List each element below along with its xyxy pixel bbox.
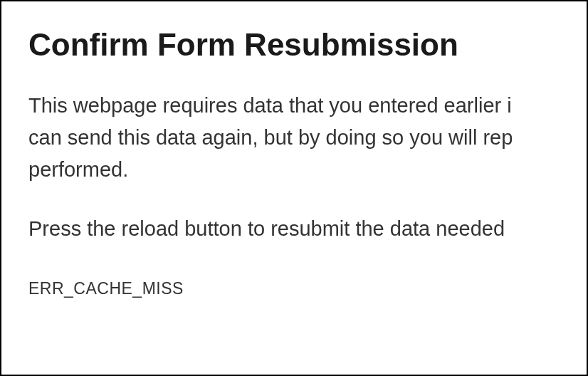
error-code: ERR_CACHE_MISS — [28, 279, 587, 298]
error-description-line3: performed. — [28, 154, 587, 186]
error-description: This webpage requires data that you ente… — [28, 90, 587, 186]
error-instruction: Press the reload button to resubmit the … — [28, 213, 587, 245]
error-description-line2: can send this data again, but by doing s… — [28, 122, 587, 154]
error-title: Confirm Form Resubmission — [28, 27, 587, 63]
error-description-line1: This webpage requires data that you ente… — [28, 90, 587, 122]
